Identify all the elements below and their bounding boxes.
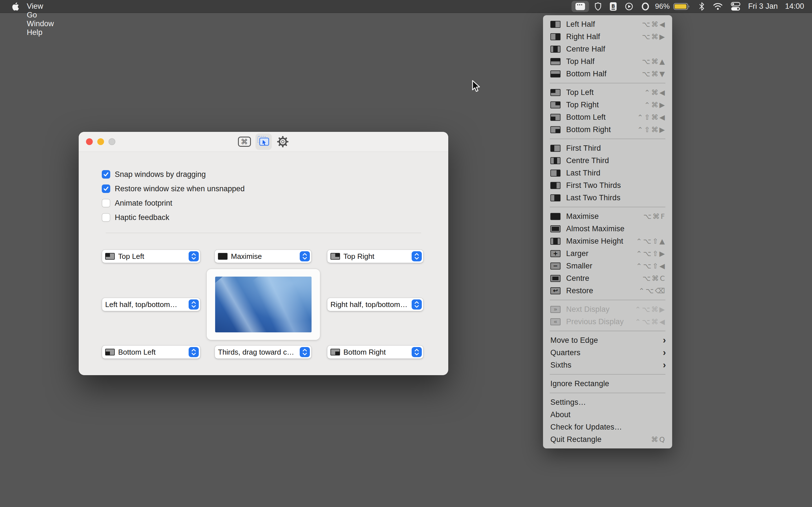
- menu-separator: [550, 331, 665, 331]
- centre-half-position-icon: [550, 46, 560, 53]
- menu-item-top-right[interactable]: Top Right⌃⌘▶: [543, 99, 672, 111]
- dropdown-stepper-icon[interactable]: [300, 347, 310, 357]
- control-center-icon[interactable]: [728, 0, 743, 13]
- menu-item-right-half[interactable]: Right Half⌥⌘▶: [543, 31, 672, 43]
- menubar-date[interactable]: Fri 3 Jan: [748, 2, 777, 11]
- menu-item-label: Next Display: [566, 305, 610, 314]
- checkbox-animate-footprint[interactable]: [102, 199, 110, 207]
- apple-menu-icon[interactable]: [12, 2, 19, 11]
- menu-item-label: Top Left: [566, 88, 594, 97]
- menubar-item-edit[interactable]: Edit: [21, 0, 59, 2]
- menu-item-almost-maximise[interactable]: Almost Maximise: [543, 223, 672, 235]
- bluetooth-icon[interactable]: [696, 0, 707, 13]
- tab-snap-areas[interactable]: [255, 133, 272, 150]
- menu-item-label: Top Right: [566, 101, 599, 109]
- menu-item-check-for-updates[interactable]: Check for Updates…: [543, 421, 672, 433]
- menu-item-top-left[interactable]: Top Left⌃⌘◀: [543, 86, 672, 99]
- menu-item-settings[interactable]: Settings…: [543, 396, 672, 408]
- menu-item-bottom-right[interactable]: Bottom Right⌃⇧⌘▶: [543, 123, 672, 136]
- menu-item-larger[interactable]: +Larger⌃⌥⇧▶: [543, 247, 672, 260]
- minimize-button[interactable]: [97, 138, 104, 145]
- play-circle-icon[interactable]: [622, 0, 636, 13]
- menubar-time[interactable]: 14:00: [785, 2, 804, 11]
- menu-separator: [550, 300, 665, 300]
- menubar-item-window[interactable]: Window: [21, 19, 59, 28]
- checkbox-haptic-feedback[interactable]: [102, 213, 110, 222]
- dropdown-stepper-icon[interactable]: [412, 299, 422, 309]
- menu-item-shortcut: ⌘Q: [651, 436, 666, 444]
- tab-shortcuts[interactable]: ⌘: [236, 133, 253, 150]
- zoom-button[interactable]: [109, 138, 115, 145]
- menu-item-first-third[interactable]: First Third: [543, 142, 672, 154]
- menu-item-maximise[interactable]: Maximise⌥⌘F: [543, 210, 672, 223]
- dropdown-stepper-icon[interactable]: [189, 347, 199, 357]
- shield-icon[interactable]: [592, 0, 604, 13]
- menu-item-restore[interactable]: ↩Restore⌃⌥⌫: [543, 284, 672, 297]
- menu-item-label: Right Half: [566, 33, 600, 41]
- dropdown-bottom-left[interactable]: Bottom Left: [102, 346, 200, 358]
- gear-icon: [276, 135, 289, 148]
- battery-icon[interactable]: [671, 0, 693, 13]
- menu-item-shortcut: ⌃⌥⇧▶: [636, 249, 666, 258]
- dropdown-stepper-icon[interactable]: [189, 251, 199, 262]
- dropdown-stepper-icon[interactable]: [189, 299, 199, 309]
- menu-item-about[interactable]: About: [543, 408, 672, 421]
- dropdown-top-left[interactable]: Top Left: [102, 250, 200, 263]
- window-titlebar[interactable]: ⌘: [79, 132, 448, 152]
- dropdown-stepper-icon[interactable]: [412, 251, 422, 262]
- menu-item-centre[interactable]: Centre⌥⌘C: [543, 272, 672, 284]
- close-button[interactable]: [86, 138, 93, 145]
- menu-item-move-to-edge[interactable]: Move to Edge›: [543, 334, 672, 346]
- dropdown-bottom-right[interactable]: Bottom Right: [327, 346, 423, 358]
- rectangle-menubar-icon[interactable]: [571, 1, 589, 12]
- menu-item-left-half[interactable]: Left Half⌥⌘◀: [543, 18, 672, 31]
- left-half-position-icon: [550, 21, 560, 28]
- checkbox-group: Snap windows by draggingRestore window s…: [102, 170, 245, 228]
- menu-item-smaller[interactable]: −Smaller⌃⌥⇧◀: [543, 260, 672, 272]
- menu-item-shortcut: ⌃⌥⌘◀: [635, 318, 666, 326]
- menubar-item-view[interactable]: View: [21, 2, 59, 11]
- menu-separator: [550, 374, 665, 375]
- menu-item-shortcut: ⌃⌥⌫: [639, 287, 666, 295]
- menu-item-quarters[interactable]: Quarters›: [543, 346, 672, 359]
- menu-item-centre-third[interactable]: Centre Third: [543, 154, 672, 167]
- menu-item-ignore-rectangle[interactable]: Ignore Rectangle: [543, 378, 672, 390]
- centre-position-icon: [550, 275, 560, 282]
- checkbox-snap-windows-by-dragging[interactable]: [102, 170, 110, 179]
- dropdown-maximise[interactable]: Maximise: [215, 250, 311, 263]
- dropdown-thirds[interactable]: Thirds, drag toward c…: [215, 346, 311, 358]
- wifi-icon[interactable]: [710, 0, 725, 13]
- restore-position-icon: ↩: [550, 287, 560, 294]
- menu-item-centre-half[interactable]: Centre Half: [543, 43, 672, 55]
- b-app-icon[interactable]: B: [607, 0, 619, 13]
- menu-item-sixths[interactable]: Sixths›: [543, 359, 672, 371]
- menubar-item-go[interactable]: Go: [21, 11, 59, 19]
- dropdown-left-half[interactable]: Left half, top/bottom…: [102, 298, 200, 311]
- menu-item-maximise-height[interactable]: Maximise Height⌃⌥⇧▲: [543, 235, 672, 247]
- menu-item-first-two-thirds[interactable]: First Two Thirds: [543, 179, 672, 191]
- menu-item-quit-rectangle[interactable]: Quit Rectangle⌘Q: [543, 433, 672, 446]
- menu-item-last-third[interactable]: Last Third: [543, 167, 672, 179]
- menu-item-label: Bottom Left: [566, 113, 606, 122]
- menu-item-top-half[interactable]: Top Half⌥⌘▲: [543, 55, 672, 68]
- menu-item-label: Restore: [566, 286, 593, 295]
- menu-item-label: Smaller: [566, 262, 592, 270]
- tab-advanced[interactable]: [274, 133, 291, 150]
- menu-item-label: Bottom Right: [566, 125, 611, 134]
- menu-item-last-two-thirds[interactable]: Last Two Thirds: [543, 191, 672, 204]
- dropdown-value: Top Right: [343, 252, 374, 261]
- menu-item-bottom-half[interactable]: Bottom Half⌥⌘▼: [543, 68, 672, 80]
- dropdown-stepper-icon[interactable]: [300, 251, 310, 262]
- dropdown-stepper-icon[interactable]: [412, 347, 422, 357]
- smaller-position-icon: −: [550, 263, 560, 270]
- settings-tabs: ⌘: [236, 133, 291, 150]
- checkbox-restore-window-size-when-unsnapped[interactable]: [102, 184, 110, 193]
- dropdown-top-right[interactable]: Top Right: [327, 250, 423, 263]
- menubar-item-help[interactable]: Help: [21, 28, 59, 37]
- ring-icon[interactable]: [639, 0, 652, 13]
- menu-item-label: Quit Rectangle: [550, 435, 601, 444]
- dropdown-right-half[interactable]: Right half, top/bottom…: [327, 298, 423, 311]
- menu-item-label: Centre Half: [566, 45, 605, 54]
- menu-item-label: Ignore Rectangle: [550, 379, 609, 388]
- menu-item-bottom-left[interactable]: Bottom Left⌃⇧⌘◀: [543, 111, 672, 123]
